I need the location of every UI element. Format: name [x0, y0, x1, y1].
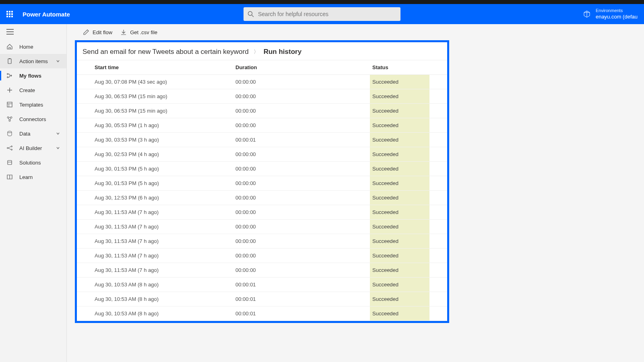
cell-status: Succeeded — [370, 104, 429, 118]
app-launcher-icon[interactable] — [6, 11, 13, 17]
edit-flow-button[interactable]: Edit flow — [83, 29, 112, 35]
col-header-status[interactable]: Status — [372, 64, 429, 70]
cell-status: Succeeded — [370, 263, 429, 277]
sidebar-item-label: Data — [19, 131, 30, 137]
ai-builder-icon — [6, 145, 13, 151]
table-row[interactable]: Aug 30, 11:53 AM (7 h ago)00:00:00Succee… — [77, 234, 447, 249]
table-row[interactable]: Aug 30, 11:53 AM (7 h ago)00:00:00Succee… — [77, 249, 447, 263]
svg-point-0 — [248, 12, 252, 16]
env-label: Environments — [596, 8, 638, 13]
sidebar-item-label: My flows — [19, 73, 41, 79]
sidebar-item-my-flows[interactable]: My flows — [0, 68, 66, 83]
table-row[interactable]: Aug 30, 02:53 PM (4 h ago)00:00:00Succee… — [77, 147, 447, 162]
cell-start-time: Aug 30, 01:53 PM (5 h ago) — [95, 166, 235, 172]
sidebar-item-create[interactable]: Create — [0, 83, 66, 97]
col-header-start[interactable]: Start time — [95, 64, 235, 70]
cell-start-time: Aug 30, 11:53 AM (7 h ago) — [95, 238, 235, 244]
cell-status: Succeeded — [370, 75, 429, 89]
cell-start-time: Aug 30, 12:53 PM (6 h ago) — [95, 195, 235, 201]
cell-duration: 00:00:00 — [235, 151, 372, 157]
get-csv-button[interactable]: Get .csv file — [120, 29, 157, 35]
cell-start-time: Aug 30, 10:53 AM (8 h ago) — [95, 311, 235, 317]
cell-start-time: Aug 30, 06:53 PM (15 min ago) — [95, 93, 235, 99]
breadcrumb: Send an email for new Tweets about a cer… — [77, 42, 447, 60]
cell-status: Succeeded — [370, 162, 429, 176]
env-value: enayu.com (defau — [596, 14, 638, 21]
chevron-down-icon — [56, 146, 60, 150]
table-row[interactable]: Aug 30, 10:53 AM (8 h ago)00:00:01Succee… — [77, 306, 447, 321]
cell-start-time: Aug 30, 01:53 PM (5 h ago) — [95, 180, 235, 186]
sidebar-item-data[interactable]: Data — [0, 126, 66, 141]
sidebar-item-action-items[interactable]: Action items — [0, 54, 66, 68]
search-icon — [248, 11, 254, 17]
brand-title: Power Automate — [23, 11, 70, 18]
cell-start-time: Aug 30, 07:08 PM (43 sec ago) — [95, 79, 235, 85]
create-icon — [6, 87, 13, 93]
sidebar-item-label: Learn — [19, 174, 33, 180]
sidebar-item-templates[interactable]: Templates — [0, 97, 66, 112]
table-row[interactable]: Aug 30, 05:53 PM (1 h ago)00:00:00Succee… — [77, 118, 447, 133]
cell-start-time: Aug 30, 05:53 PM (1 h ago) — [95, 122, 235, 128]
main-content: Edit flow Get .csv file Send an email fo… — [67, 24, 644, 362]
cell-start-time: Aug 30, 03:53 PM (3 h ago) — [95, 137, 235, 143]
col-header-duration[interactable]: Duration — [235, 64, 372, 70]
sidebar-item-ai-builder[interactable]: AI Builder — [0, 141, 66, 155]
cell-duration: 00:00:00 — [235, 79, 372, 85]
table-row[interactable]: Aug 30, 11:53 AM (7 h ago)00:00:00Succee… — [77, 205, 447, 220]
sidebar-item-label: Home — [19, 44, 33, 50]
edit-flow-label: Edit flow — [93, 29, 112, 35]
table-row[interactable]: Aug 30, 07:08 PM (43 sec ago)00:00:00Suc… — [77, 75, 447, 89]
table-row[interactable]: Aug 30, 12:53 PM (6 h ago)00:00:00Succee… — [77, 191, 447, 205]
cell-start-time: Aug 30, 11:53 AM (7 h ago) — [95, 224, 235, 230]
svg-rect-11 — [7, 102, 12, 107]
cell-duration: 00:00:00 — [235, 195, 372, 201]
svg-rect-21 — [8, 160, 12, 165]
table-row[interactable]: Aug 30, 03:53 PM (3 h ago)00:00:01Succee… — [77, 133, 447, 147]
table-row[interactable]: Aug 30, 10:53 AM (8 h ago)00:00:01Succee… — [77, 278, 447, 292]
global-header: Power Automate Environments enayu.com (d… — [0, 4, 644, 24]
sidebar: HomeAction itemsMy flowsCreateTemplatesC… — [0, 24, 67, 362]
table-row[interactable]: Aug 30, 11:53 AM (7 h ago)00:00:00Succee… — [77, 263, 447, 278]
environment-picker[interactable]: Environments enayu.com (defau — [583, 8, 638, 20]
cell-duration: 00:00:00 — [235, 108, 372, 114]
download-icon — [120, 29, 127, 35]
cell-status: Succeeded — [370, 220, 429, 234]
sidebar-toggle[interactable] — [0, 24, 66, 39]
breadcrumb-current: Run history — [264, 48, 301, 56]
cell-status: Succeeded — [370, 89, 429, 103]
sidebar-item-label: Action items — [19, 58, 48, 64]
cell-status: Succeeded — [370, 292, 429, 306]
table-row[interactable]: Aug 30, 06:53 PM (15 min ago)00:00:00Suc… — [77, 89, 447, 104]
cell-duration: 00:00:00 — [235, 224, 372, 230]
chevron-down-icon — [56, 132, 60, 136]
search-input[interactable] — [258, 11, 396, 17]
run-history-card: Send an email for new Tweets about a cer… — [75, 40, 449, 323]
chevron-right-icon: 〉 — [254, 48, 259, 56]
cell-duration: 00:00:00 — [235, 166, 372, 172]
breadcrumb-flow-name[interactable]: Send an email for new Tweets about a cer… — [83, 48, 249, 56]
sidebar-item-label: Create — [19, 87, 35, 93]
chevron-down-icon — [56, 59, 60, 63]
search-box[interactable] — [244, 7, 400, 21]
table-row[interactable]: Aug 30, 06:53 PM (15 min ago)00:00:00Suc… — [77, 104, 447, 118]
cell-status: Succeeded — [370, 234, 429, 248]
table-header-row: Start time Duration Status — [77, 60, 447, 75]
cell-status: Succeeded — [370, 147, 429, 161]
solutions-icon — [6, 159, 13, 166]
cell-duration: 00:00:00 — [235, 238, 372, 244]
table-row[interactable]: Aug 30, 01:53 PM (5 h ago)00:00:00Succee… — [77, 162, 447, 176]
table-row[interactable]: Aug 30, 10:53 AM (8 h ago)00:00:01Succee… — [77, 292, 447, 306]
sidebar-item-learn[interactable]: Learn — [0, 170, 66, 184]
sidebar-item-connectors[interactable]: Connectors — [0, 112, 66, 126]
sidebar-item-home[interactable]: Home — [0, 39, 66, 54]
svg-point-17 — [8, 131, 12, 133]
templates-icon — [6, 101, 13, 108]
connectors-icon — [6, 116, 13, 122]
sidebar-item-solutions[interactable]: Solutions — [0, 155, 66, 170]
table-row[interactable]: Aug 30, 01:53 PM (5 h ago)00:00:00Succee… — [77, 176, 447, 191]
cell-status: Succeeded — [370, 205, 429, 219]
table-row[interactable]: Aug 30, 11:53 AM (7 h ago)00:00:00Succee… — [77, 220, 447, 234]
cell-status: Succeeded — [370, 306, 429, 321]
cell-start-time: Aug 30, 11:53 AM (7 h ago) — [95, 253, 235, 259]
cell-status: Succeeded — [370, 176, 429, 190]
